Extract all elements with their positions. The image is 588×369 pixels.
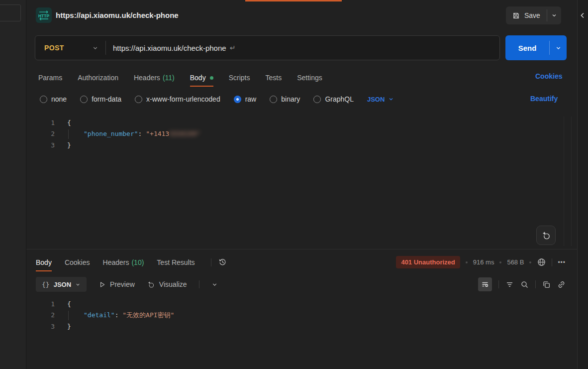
- json-key: "phone_number": [84, 130, 138, 137]
- radio-label: none: [51, 95, 67, 103]
- format-label: JSON: [54, 281, 71, 288]
- tab-label: Headers: [134, 74, 160, 82]
- radio-label: form-data: [92, 95, 121, 103]
- beautify-link[interactable]: Beautify: [530, 95, 558, 103]
- code-line: 2 "phone_number": "+14135550199": [26, 128, 577, 139]
- language-selector[interactable]: JSON: [367, 96, 394, 103]
- request-body-editor[interactable]: 1 { 2 "phone_number": "+14135550199" 3 }: [26, 116, 577, 249]
- copy-button[interactable]: [542, 280, 551, 289]
- radio-form-data[interactable]: form-data: [80, 95, 121, 103]
- separator-dot: [466, 261, 468, 263]
- save-options-button[interactable]: [547, 6, 561, 24]
- editor-scrollbar-track[interactable]: [571, 117, 572, 246]
- code-line: 3 }: [26, 321, 577, 332]
- tab-scripts[interactable]: Scripts: [229, 69, 250, 87]
- response-format-selector[interactable]: {} JSON: [36, 277, 87, 292]
- radio-x-www-form-urlencoded[interactable]: x-www-form-urlencoded: [135, 95, 220, 103]
- left-sidebar-rail: [0, 0, 26, 369]
- method-selector[interactable]: POST: [44, 36, 98, 60]
- send-options-button[interactable]: [550, 35, 567, 60]
- tab-tests[interactable]: Tests: [265, 69, 282, 87]
- chevron-down-icon: [388, 96, 394, 102]
- code-text: "detail": "无效的API密钥": [67, 310, 174, 321]
- radio-circle: [40, 96, 47, 103]
- radio-label: x-www-form-urlencoded: [146, 95, 220, 103]
- chevron-down-icon: [211, 281, 218, 288]
- copy-icon: [542, 280, 551, 289]
- radio-binary[interactable]: binary: [270, 95, 300, 103]
- radio-raw[interactable]: raw: [234, 95, 257, 103]
- toolbar-expand-button[interactable]: [211, 281, 218, 288]
- filter-icon: [505, 280, 514, 289]
- wrap-text-icon: [481, 280, 489, 288]
- postbot-sparkle-icon: [541, 231, 551, 241]
- response-size: 568 B: [507, 258, 524, 266]
- line-number: 3: [26, 140, 55, 151]
- link-button[interactable]: [557, 280, 566, 289]
- request-response-divider[interactable]: [26, 249, 577, 249]
- sidebar-collapsed-panel[interactable]: [0, 4, 21, 21]
- response-time: 916 ms: [473, 258, 494, 266]
- response-tabs-extra: [211, 258, 227, 266]
- active-window-tab-indicator: [245, 0, 342, 1]
- divider: [535, 280, 536, 288]
- tab-headers[interactable]: Headers(11): [134, 69, 175, 87]
- network-info-button[interactable]: [537, 257, 546, 267]
- save-split-button: Save: [506, 6, 561, 24]
- redacted-phone-digits: 5550199": [169, 130, 200, 137]
- url-input[interactable]: https://api.xiaomu.uk/check-phone ↵: [113, 36, 235, 60]
- code-text: {: [67, 118, 71, 128]
- tab-authorization[interactable]: Authorization: [78, 69, 118, 87]
- play-icon: [98, 281, 106, 288]
- response-tab-cookies[interactable]: Cookies: [65, 253, 90, 271]
- collapse-panel-icon[interactable]: [580, 12, 585, 18]
- globe-icon: [537, 257, 546, 267]
- tab-label: Body: [36, 258, 52, 266]
- response-tab-headers[interactable]: Headers(10): [103, 253, 144, 271]
- filter-button[interactable]: [505, 280, 514, 289]
- url-value: https://api.xiaomu.uk/check-phone: [113, 44, 226, 52]
- preview-button[interactable]: Preview: [98, 280, 135, 288]
- save-button[interactable]: Save: [506, 6, 547, 24]
- chevron-down-icon: [75, 282, 81, 287]
- separator-dot: [529, 261, 531, 263]
- more-options-button[interactable]: •••: [558, 259, 566, 266]
- send-button[interactable]: Send: [505, 35, 549, 60]
- radio-circle: [80, 96, 88, 103]
- response-history-button[interactable]: [218, 258, 227, 266]
- visualize-button[interactable]: Visualize: [147, 280, 187, 289]
- search-button[interactable]: [520, 280, 529, 289]
- radio-circle: [313, 96, 321, 103]
- tab-settings[interactable]: Settings: [297, 69, 322, 87]
- preview-label: Preview: [110, 280, 135, 288]
- http-request-icon: HTTP: [36, 7, 52, 23]
- enter-hint-icon: ↵: [230, 44, 236, 52]
- response-tab-body[interactable]: Body: [36, 253, 52, 271]
- line-number: 2: [26, 128, 55, 139]
- radio-graphql[interactable]: GraphQL: [313, 95, 354, 103]
- wrap-text-button[interactable]: [478, 277, 492, 291]
- code-text: }: [67, 321, 71, 332]
- line-number: 1: [26, 299, 55, 310]
- tab-label: Test Results: [157, 258, 195, 266]
- code-line: 2 "detail": "无效的API密钥": [26, 310, 577, 321]
- tab-label: Cookies: [65, 258, 90, 266]
- code-text: {: [67, 299, 71, 310]
- code-line: 1 {: [26, 299, 577, 310]
- radio-label: raw: [245, 95, 257, 103]
- editor-scrollbar-track[interactable]: [564, 117, 564, 246]
- tab-body[interactable]: Body: [190, 69, 213, 87]
- radio-none[interactable]: none: [40, 95, 67, 103]
- tab-params[interactable]: Params: [38, 69, 62, 87]
- cookies-link[interactable]: Cookies: [535, 72, 562, 80]
- chevron-down-icon: [92, 45, 98, 51]
- postbot-ai-button[interactable]: [536, 226, 556, 245]
- search-icon: [520, 280, 529, 289]
- history-clock-icon: [218, 258, 227, 266]
- tab-label: Scripts: [229, 74, 250, 82]
- response-tab-test-results[interactable]: Test Results: [157, 253, 195, 271]
- send-split-button: Send: [505, 35, 567, 60]
- language-label: JSON: [367, 96, 385, 103]
- radio-label: binary: [281, 95, 300, 103]
- response-body-editor[interactable]: 1 { 2 "detail": "无效的API密钥" 3 }: [26, 297, 577, 369]
